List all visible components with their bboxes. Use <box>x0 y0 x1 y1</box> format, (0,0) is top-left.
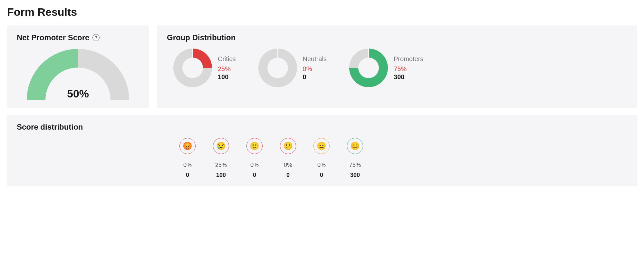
emoji-icon: 😊 <box>347 138 363 154</box>
score-pct: 0% <box>284 162 292 169</box>
emoji-icon: 😢 <box>213 138 229 154</box>
nps-title: Net Promoter Score <box>17 33 89 42</box>
group-distribution-title: Group Distribution <box>167 33 627 42</box>
group-pct: 0% <box>303 65 327 73</box>
emoji-icon: 😡 <box>179 138 196 154</box>
score-item-4: 😐0%0 <box>312 138 331 178</box>
score-item-2: 🙁0%0 <box>245 138 264 178</box>
score-pct: 75% <box>349 162 361 169</box>
nps-gauge: 50% <box>26 49 130 100</box>
score-count: 0 <box>320 172 323 178</box>
emoji-icon: 🙁 <box>246 138 263 154</box>
donut-neutrals: Neutrals0%0 <box>258 49 327 87</box>
score-pct: 0% <box>317 162 326 169</box>
group-name: Critics <box>218 55 236 63</box>
score-count: 0 <box>186 172 189 178</box>
score-pct: 0% <box>183 162 192 169</box>
group-name: Neutrals <box>303 55 327 63</box>
score-pct: 0% <box>250 162 259 169</box>
page-title: Form Results <box>7 6 637 18</box>
score-item-3: 😕0%0 <box>278 138 298 178</box>
help-icon[interactable]: ? <box>92 34 100 41</box>
group-count: 0 <box>303 73 327 81</box>
score-item-1: 😢25%100 <box>211 138 231 178</box>
group-pct: 25% <box>218 65 236 73</box>
score-count: 0 <box>286 172 290 178</box>
donut-critics: Critics25%100 <box>173 49 236 87</box>
group-name: Promoters <box>394 55 423 63</box>
score-distribution-card: Score distribution 😡0%0😢25%100🙁0%0😕0%0😐0… <box>7 115 637 186</box>
score-item-0: 😡0%0 <box>178 138 197 178</box>
group-count: 100 <box>218 73 236 81</box>
nps-value: 50% <box>26 87 130 100</box>
donut-chart <box>173 49 212 87</box>
emoji-icon: 😐 <box>313 138 330 154</box>
score-count: 100 <box>216 172 226 178</box>
group-count: 300 <box>394 73 423 81</box>
group-distribution-card: Group Distribution Critics25%100Neutrals… <box>157 25 637 108</box>
score-distribution-title: Score distribution <box>17 123 627 132</box>
donut-chart <box>349 49 388 87</box>
donut-chart <box>258 49 297 87</box>
donut-promoters: Promoters75%300 <box>349 49 423 87</box>
score-count: 300 <box>350 172 360 178</box>
score-count: 0 <box>253 172 256 178</box>
score-pct: 25% <box>215 162 227 169</box>
group-pct: 75% <box>394 65 423 73</box>
score-item-5: 😊75%300 <box>345 138 365 178</box>
nps-card: Net Promoter Score ? 50% <box>7 25 149 108</box>
emoji-icon: 😕 <box>280 138 296 154</box>
